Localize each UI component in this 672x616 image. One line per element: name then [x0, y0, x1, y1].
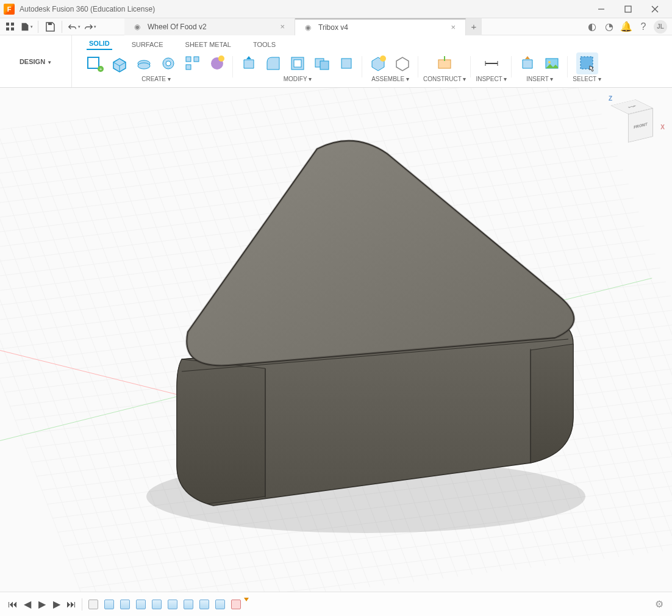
app-logo-icon: F — [4, 4, 15, 15]
svg-point-13 — [138, 63, 150, 69]
timeline-settings-button[interactable]: ⚙ — [652, 598, 666, 611]
user-avatar[interactable]: JL — [654, 20, 667, 34]
svg-rect-27 — [438, 60, 451, 68]
title-bar: F Autodesk Fusion 360 (Education License… — [0, 0, 672, 18]
svg-rect-25 — [341, 59, 351, 68]
hole-button[interactable] — [157, 52, 179, 74]
svg-rect-6 — [6, 27, 9, 30]
svg-point-26 — [380, 56, 386, 62]
timeline-feature[interactable] — [182, 598, 195, 611]
timeline-step-back-button[interactable]: ◀ — [21, 598, 34, 611]
svg-point-15 — [166, 61, 171, 66]
help-icon[interactable]: ? — [637, 20, 650, 34]
cube-icon: ◉ — [134, 23, 143, 31]
svg-rect-4 — [6, 23, 9, 26]
svg-rect-22 — [294, 60, 301, 67]
fillet-button[interactable] — [262, 52, 284, 74]
timeline-feature[interactable] — [229, 598, 243, 611]
new-component-button[interactable] — [367, 52, 389, 74]
undo-button[interactable]: ▾ — [67, 20, 80, 34]
ribbon-group-assemble: ASSEMBLE ▾ — [362, 52, 418, 82]
window-title: Autodesk Fusion 360 (Education License) — [20, 5, 155, 13]
model-body[interactable] — [110, 124, 585, 551]
new-tab-button[interactable]: + — [466, 18, 482, 35]
close-tab-button[interactable]: × — [280, 22, 285, 31]
select-button[interactable] — [576, 52, 598, 74]
svg-point-33 — [548, 61, 551, 63]
svg-rect-7 — [11, 27, 14, 30]
ribbon-tab-surface[interactable]: SURFACE — [129, 38, 166, 50]
close-tab-button[interactable]: × — [451, 23, 456, 32]
ribbon-group-construct: CONSTRUCT ▾ — [418, 52, 471, 82]
svg-rect-5 — [11, 23, 14, 26]
ribbon-tab-sheet-metal[interactable]: SHEET METAL — [183, 38, 234, 50]
ribbon-tab-row: SOLID SURFACE SHEET METAL TOOLS — [72, 35, 672, 50]
document-tab-label: Tribox v4 — [318, 23, 348, 32]
ribbon-group-create: + CREATE ▾ — [79, 52, 233, 82]
extensions-icon[interactable]: ◐ — [585, 20, 599, 34]
move-button[interactable] — [335, 52, 357, 74]
ribbon-group-select: SELECT ▾ — [568, 52, 606, 82]
construct-plane-button[interactable] — [434, 52, 456, 74]
svg-point-20 — [218, 56, 224, 62]
timeline-bar: ⏮ ◀ ▶ ▶ ⏭ ⚙ — [0, 592, 672, 616]
cube-icon: ◉ — [305, 23, 313, 32]
measure-button[interactable] — [481, 52, 502, 74]
ribbon-toolbar: DESIGN ▼ SOLID SURFACE SHEET METAL TOOLS… — [0, 35, 672, 88]
model-canvas[interactable]: Z X TOP FRONT RIGHT — [0, 88, 672, 592]
quick-access-bar: ▾ ▾ ▾ ◉ Wheel Of Food v2 × ◉ Tribox v4 ×… — [0, 18, 672, 35]
joint-button[interactable] — [391, 52, 413, 74]
document-tab[interactable]: ◉ Wheel Of Food v2 × — [124, 18, 295, 35]
timeline-playhead[interactable] — [245, 598, 248, 611]
ribbon-tab-tools[interactable]: TOOLS — [251, 38, 278, 50]
create-sketch-button[interactable]: + — [84, 52, 106, 74]
close-window-button[interactable] — [642, 0, 668, 18]
timeline-feature[interactable] — [166, 598, 179, 611]
create-form-button[interactable] — [206, 52, 228, 74]
svg-rect-1 — [625, 6, 631, 12]
document-tab[interactable]: ◉ Tribox v4 × — [295, 18, 466, 35]
timeline-feature[interactable] — [198, 598, 211, 611]
timeline-feature[interactable] — [213, 598, 227, 611]
svg-rect-17 — [194, 57, 199, 62]
ribbon-group-insert: INSERT ▾ — [512, 52, 568, 82]
workspace-switcher[interactable]: DESIGN ▼ — [0, 35, 72, 87]
timeline-start-button[interactable]: ⏮ — [6, 598, 20, 611]
maximize-button[interactable] — [615, 0, 642, 18]
insert-decal-button[interactable] — [541, 52, 563, 74]
insert-derive-button[interactable] — [517, 52, 538, 74]
timeline-feature[interactable] — [87, 598, 100, 611]
press-pull-button[interactable] — [238, 52, 260, 74]
timeline-end-button[interactable]: ⏭ — [65, 598, 78, 611]
document-tab-label: Wheel Of Food v2 — [148, 23, 207, 31]
timeline-feature[interactable] — [102, 598, 116, 611]
axis-label-x: X — [660, 124, 665, 131]
svg-rect-18 — [186, 65, 191, 70]
file-menu-button[interactable]: ▾ — [20, 20, 33, 34]
job-status-icon[interactable]: ◔ — [602, 20, 616, 34]
combine-button[interactable] — [311, 52, 333, 74]
timeline-play-button[interactable]: ▶ — [35, 598, 49, 611]
revolve-button[interactable] — [133, 52, 155, 74]
shell-button[interactable] — [287, 52, 309, 74]
redo-button[interactable]: ▾ — [83, 20, 96, 34]
axis-label-z: Z — [609, 95, 612, 102]
timeline-feature[interactable] — [150, 598, 163, 611]
ribbon-group-modify: MODIFY ▾ — [233, 52, 362, 82]
timeline-feature[interactable] — [134, 598, 148, 611]
document-tab-strip: ◉ Wheel Of Food v2 × ◉ Tribox v4 × + — [124, 18, 581, 35]
minimize-button[interactable] — [588, 0, 615, 18]
save-button[interactable] — [43, 20, 57, 34]
extrude-button[interactable] — [109, 52, 130, 74]
notifications-icon[interactable]: 🔔 — [620, 20, 633, 34]
ribbon-tab-solid[interactable]: SOLID — [87, 37, 112, 50]
svg-rect-8 — [48, 23, 52, 25]
ribbon-group-inspect: INSPECT ▾ — [471, 52, 512, 82]
timeline-feature[interactable] — [118, 598, 132, 611]
pattern-button[interactable] — [182, 52, 204, 74]
data-panel-button[interactable] — [4, 20, 17, 34]
view-cube[interactable]: Z X TOP FRONT RIGHT — [610, 99, 660, 149]
viewcube-face-front[interactable]: FRONT — [628, 108, 653, 143]
svg-rect-24 — [320, 61, 329, 70]
timeline-step-fwd-button[interactable]: ▶ — [50, 598, 63, 611]
